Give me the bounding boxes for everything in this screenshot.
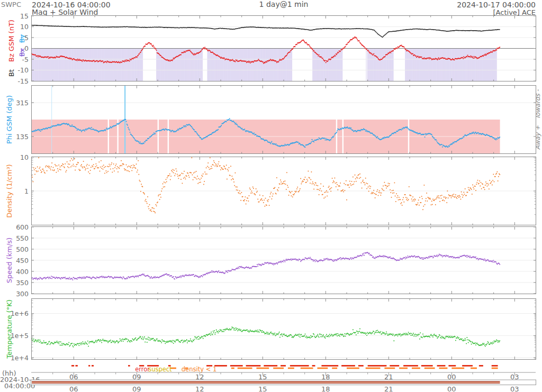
y-tick-label: 600 [16,223,29,231]
y-tick-label: 350 [16,279,29,287]
y-tick-label: -10 [18,66,29,74]
coverage-bar: 0609121518210003 [31,380,536,392]
y-tick-label: 5 [24,34,29,42]
y-tick-label: 1e+6 [11,309,29,317]
hour-label: 00 [447,373,456,381]
hour-label: 15 [258,373,267,381]
y-tick-label: 135 [16,133,29,141]
panel-mag: 151050-5-10-15 [18,12,536,85]
flag-label-density: density < 1 [182,366,216,373]
hour-label-bottom: 18 [321,385,330,392]
flag-strip: errorsuspectdensity < 1 [71,365,498,373]
hour-label-bottom: 21 [384,385,393,392]
y-tick-label: -15 [18,77,29,85]
hour-label-bottom: 03 [510,385,519,392]
y-tick-label: 315 [16,99,29,107]
hour-label: 09 [132,373,141,381]
flag-label-suspect: suspect [148,366,172,373]
y-tick-label: 400 [16,268,29,276]
hour-ruler: 0609121518210003 [31,372,536,381]
y-tick-label: 10 [20,153,29,161]
panel-temp: 1e+61e+51e+4 [11,299,536,362]
y-tick-label: 1 [24,187,29,195]
hour-label: 18 [321,373,330,381]
hour-label: 12 [195,373,204,381]
y-tick-label: 15 [20,12,29,20]
panel-speed: 600550500450400350300 [16,223,536,298]
hour-label-bottom: 12 [195,385,204,392]
hour-label: 06 [69,373,78,381]
hour-label-bottom: 09 [132,385,141,392]
y-tick-label: 1e+5 [11,332,29,340]
hour-label-bottom: 15 [258,385,267,392]
y-tick-label: 1e+4 [11,354,29,362]
y-tick-label: 450 [16,257,29,265]
hour-label: 21 [384,373,393,381]
flag-label-error: error [135,366,150,373]
chart-canvas: 151050-5-10-1531513510160055050045040035… [0,0,542,392]
y-tick-label: 10 [20,23,29,31]
y-tick-label: 0 [24,44,29,52]
hour-label-bottom: 00 [447,385,456,392]
y-tick-label: 550 [16,234,29,242]
y-tick-label: 300 [16,290,29,298]
hour-label-bottom: 06 [69,385,78,392]
hour-label: 03 [510,373,519,381]
panel-phi: 315135 [16,86,536,154]
swpc-plot-page: { "header": { "source": "SWPC", "start_d… [0,0,542,392]
y-tick-label: -5 [22,56,29,63]
panel-density: 101 [20,153,536,225]
y-tick-label: 500 [16,245,29,253]
